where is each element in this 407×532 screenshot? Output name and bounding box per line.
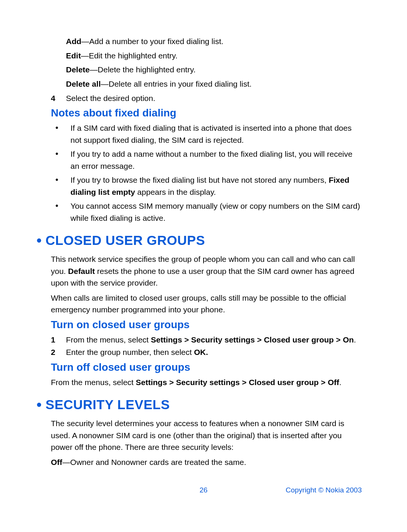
text: . [339,378,341,387]
text-bold: OK. [194,348,208,356]
desc: —Edit the highlighted entry. [81,51,177,60]
def-add: Add—Add a number to your fixed dialing l… [66,35,362,48]
term: Add [66,37,81,46]
step-number: 4 [51,92,66,105]
note-item: • You cannot access SIM memory manually … [51,200,362,224]
note-item: • If you try to browse the fixed dialing… [51,174,362,198]
list-item: 2 Enter the group number, then select OK… [51,346,362,358]
def-edit: Edit—Edit the highlighted entry. [66,49,362,63]
text-bold: Default [68,267,95,275]
desc: —Owner and Nonowner cards are treated th… [62,458,246,466]
heading-text: SECURITY LEVELS [46,397,170,412]
step-4: 4 Select the desired option. [51,92,362,105]
def-delete: Delete—Delete the highlighted entry. [66,63,362,76]
text: If you try to browse the fixed dialing l… [70,176,329,184]
security-off-line: Off—Owner and Nonowner cards are treated… [51,456,362,468]
bullet-icon: • [51,174,70,198]
bullet-icon: • [37,233,42,248]
desc: —Add a number to your fixed dialing list… [81,37,223,46]
text: From the menus, select [66,335,151,344]
action-definitions: Add—Add a number to your fixed dialing l… [66,35,362,91]
note-text: If you try to browse the fixed dialing l… [70,174,362,198]
text: resets the phone to use a user group tha… [51,267,354,287]
step-text: Select the desired option. [66,92,362,105]
desc: —Delete the highlighted entry. [90,65,196,74]
def-delete-all: Delete all—Delete all entries in your fi… [66,77,362,91]
heading-turn-off-cug: Turn off closed user groups [51,361,362,373]
copyright-text: Copyright © Nokia 2003 [286,486,362,494]
heading-closed-user-groups: • CLOSED USER GROUPS [37,233,362,248]
step-text: Enter the group number, then select OK. [66,346,362,358]
term: Off [51,458,62,466]
text: Enter the group number, then select [66,348,194,356]
note-item: • If a SIM card with fixed dialing that … [51,122,362,146]
desc: —Delete all entries in your fixed dialin… [101,79,251,88]
text: If you try to add a name without a numbe… [70,150,352,170]
list-item: 1 From the menus, select Settings > Secu… [51,334,362,346]
text-bold: Settings > Security settings > Closed us… [136,378,339,387]
heading-text: CLOSED USER GROUPS [46,233,205,248]
term: Edit [66,51,81,60]
bullet-icon: • [51,122,70,146]
note-text: You cannot access SIM memory manually (v… [70,200,362,224]
cug-paragraph-1: This network service specifies the group… [51,253,362,289]
cug-paragraph-2: When calls are limited to closed user gr… [51,292,362,316]
text: . [354,335,356,344]
notes-list: • If a SIM card with fixed dialing that … [51,122,362,224]
step-text: From the menus, select Settings > Securi… [66,334,362,346]
text-bold: Settings > Security settings > Closed us… [151,335,354,344]
page-number: 26 [199,486,207,494]
security-paragraph: The security level determines your acces… [51,417,362,453]
text: appears in the display. [135,188,216,196]
note-text: If you try to add a name without a numbe… [70,148,362,172]
step-number: 1 [51,334,66,346]
heading-turn-on-cug: Turn on closed user groups [51,319,362,331]
bullet-icon: • [51,200,70,224]
note-item: • If you try to add a name without a num… [51,148,362,172]
manual-page: Add—Add a number to your fixed dialing l… [0,0,407,532]
text: From the menus, select [51,378,136,387]
heading-security-levels: • SECURITY LEVELS [37,397,362,412]
step-number: 2 [51,346,66,358]
term: Delete [66,65,90,74]
note-text: If a SIM card with fixed dialing that is… [70,122,362,146]
bullet-icon: • [37,397,42,412]
heading-notes-fixed-dialing: Notes about fixed dialing [51,107,362,119]
bullet-icon: • [51,148,70,172]
term: Delete all [66,79,101,88]
text: If a SIM card with fixed dialing that is… [70,124,352,144]
turn-off-paragraph: From the menus, select Settings > Securi… [51,376,362,388]
text: You cannot access SIM memory manually (v… [70,202,360,222]
page-footer: 26 Copyright © Nokia 2003 [0,486,407,494]
turn-on-steps: 1 From the menus, select Settings > Secu… [51,334,362,358]
